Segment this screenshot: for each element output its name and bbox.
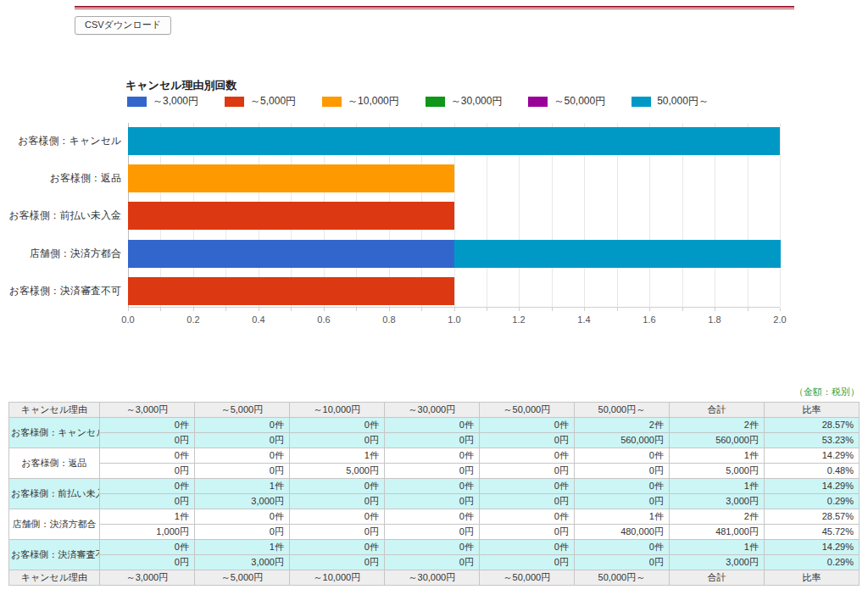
header-cell: 50,000円～ xyxy=(574,403,669,418)
x-axis-tick-label: 0.6 xyxy=(305,314,342,325)
count-ratio-cell: 14.29% xyxy=(764,479,859,494)
legend-label: ～10,000円 xyxy=(348,94,399,108)
legend-label: ～50,000円 xyxy=(554,94,605,108)
x-axis-tick-label: 1.0 xyxy=(436,314,473,325)
amount-cell: 560,000円 xyxy=(574,433,669,448)
legend-label: 50,000円～ xyxy=(657,94,709,108)
axis-tick xyxy=(715,308,715,311)
bar-segment[interactable] xyxy=(128,202,454,230)
axis-tick xyxy=(454,308,455,311)
legend-item: ～3,000円 xyxy=(127,94,198,108)
amount-cell: 3,000円 xyxy=(194,494,289,509)
chart-title: キャンセル理由別回数 xyxy=(125,78,237,93)
amount-cell: 0円 xyxy=(289,525,384,540)
count-cell: 0件 xyxy=(479,540,574,555)
amount-cell: 0円 xyxy=(194,464,289,479)
x-axis-tick-label: 2.0 xyxy=(761,314,798,325)
legend-label: ～30,000円 xyxy=(451,94,503,108)
amount-cell: 0円 xyxy=(384,525,479,540)
footer-cell: ～30,000円 xyxy=(384,570,479,586)
amount-cell: 5,000円 xyxy=(289,464,384,479)
count-cell: 0件 xyxy=(384,479,479,494)
row-label: お客様側：前払い未入金 xyxy=(9,479,100,509)
count-cell: 0件 xyxy=(99,448,194,464)
legend-item: ～30,000円 xyxy=(426,94,503,108)
bar-segment[interactable] xyxy=(128,127,780,155)
legend-swatch xyxy=(322,97,342,107)
header-cell: 比率 xyxy=(764,403,859,418)
table-row-counts: お客様側：前払い未入金0件1件0件0件0件0件1件14.29% xyxy=(9,479,860,494)
axis-tick xyxy=(552,308,553,311)
count-ratio-cell: 14.29% xyxy=(764,540,859,555)
header-cell: ～30,000円 xyxy=(384,403,479,418)
amount-cell: 0円 xyxy=(574,464,669,479)
bar-segment[interactable] xyxy=(128,164,454,192)
count-cell: 0件 xyxy=(194,448,289,464)
header-row: キャンセル理由～3,000円～5,000円～10,000円～30,000円～50… xyxy=(9,403,860,418)
count-cell: 0件 xyxy=(479,509,574,525)
x-axis-tick-label: 0.4 xyxy=(240,314,277,325)
amount-cell: 0円 xyxy=(479,433,574,448)
csv-download-button[interactable]: CSVダウンロード xyxy=(75,16,171,35)
table-row-counts: お客様側：決済審査不可0件1件0件0件0件0件1件14.29% xyxy=(9,540,860,555)
amount-cell: 0円 xyxy=(479,555,574,570)
axis-tick xyxy=(748,308,748,311)
gridline xyxy=(780,123,781,307)
footer-cell: 比率 xyxy=(764,570,859,586)
count-cell: 0件 xyxy=(289,418,384,433)
axis-tick xyxy=(584,308,585,311)
legend-label: ～3,000円 xyxy=(153,94,198,108)
axis-tick xyxy=(291,308,292,311)
count-ratio-cell: 28.57% xyxy=(764,418,859,433)
footer-cell: ～50,000円 xyxy=(479,570,574,586)
legend-swatch xyxy=(632,97,651,107)
amount-cell: 481,000円 xyxy=(669,525,764,540)
bar-segment[interactable] xyxy=(454,240,781,268)
amount-cell: 0円 xyxy=(99,555,194,570)
count-cell: 0件 xyxy=(99,418,194,433)
table-row-counts: お客様側：キャンセル0件0件0件0件0件2件2件28.57% xyxy=(9,418,860,433)
axis-tick xyxy=(160,308,161,311)
row-label: お客様側：返品 xyxy=(9,448,100,479)
axis-tick xyxy=(519,308,520,311)
count-cell: 1件 xyxy=(669,540,764,555)
table-row-counts: 店舗側：決済方都合1件0件0件0件0件1件2件28.57% xyxy=(9,509,860,525)
legend-swatch xyxy=(225,97,244,107)
amount-cell: 0円 xyxy=(289,494,384,509)
row-label: 店舗側：決済方都合 xyxy=(9,509,100,540)
amount-cell: 0円 xyxy=(574,555,669,570)
x-axis-tick-label: 1.4 xyxy=(565,314,603,325)
cancel-reason-bar-chart: お客様側：キャンセルお客様側：返品お客様側：前払い未入金店舗側：決済方都合お客様… xyxy=(0,123,868,335)
amount-cell: 0円 xyxy=(194,433,289,448)
count-cell: 0件 xyxy=(384,540,479,555)
amount-cell: 1,000円 xyxy=(99,525,194,540)
top-divider xyxy=(75,6,794,10)
table-row-amounts: 0円0円5,000円0円0円0円5,000円0.48% xyxy=(9,464,860,479)
amount-cell: 0円 xyxy=(289,555,384,570)
count-cell: 0件 xyxy=(289,540,384,555)
chart-legend: ～3,000円～5,000円～10,000円～30,000円～50,000円50… xyxy=(127,94,735,108)
table-row-counts: お客様側：返品0件0件1件0件0件0件1件14.29% xyxy=(9,448,860,464)
amount-ratio-cell: 45.72% xyxy=(764,525,859,540)
count-cell: 1件 xyxy=(99,509,194,525)
count-cell: 1件 xyxy=(289,448,384,464)
x-axis-tick-label: 0.0 xyxy=(109,314,147,325)
count-cell: 0件 xyxy=(194,418,289,433)
legend-item: ～50,000円 xyxy=(528,94,605,108)
amount-cell: 0円 xyxy=(99,464,194,479)
x-axis-tick-label: 1.6 xyxy=(631,314,668,325)
count-ratio-cell: 28.57% xyxy=(764,509,859,525)
cancel-report-page: CSVダウンロード キャンセル理由別回数 ～3,000円～5,000円～10,0… xyxy=(0,0,868,595)
count-cell: 0件 xyxy=(574,479,669,494)
amount-ratio-cell: 0.48% xyxy=(764,464,859,479)
count-cell: 1件 xyxy=(574,509,669,525)
count-cell: 1件 xyxy=(194,540,289,555)
x-axis-tick-label: 0.8 xyxy=(370,314,408,325)
table-row-amounts: 1,000円0円0円0円0円480,000円481,000円45.72% xyxy=(9,525,860,540)
legend-swatch xyxy=(426,97,445,107)
bar-segment[interactable] xyxy=(128,277,454,305)
header-cell: キャンセル理由 xyxy=(9,403,100,418)
bar-segment[interactable] xyxy=(128,240,454,268)
amount-cell: 0円 xyxy=(99,433,194,448)
axis-tick xyxy=(356,308,357,311)
